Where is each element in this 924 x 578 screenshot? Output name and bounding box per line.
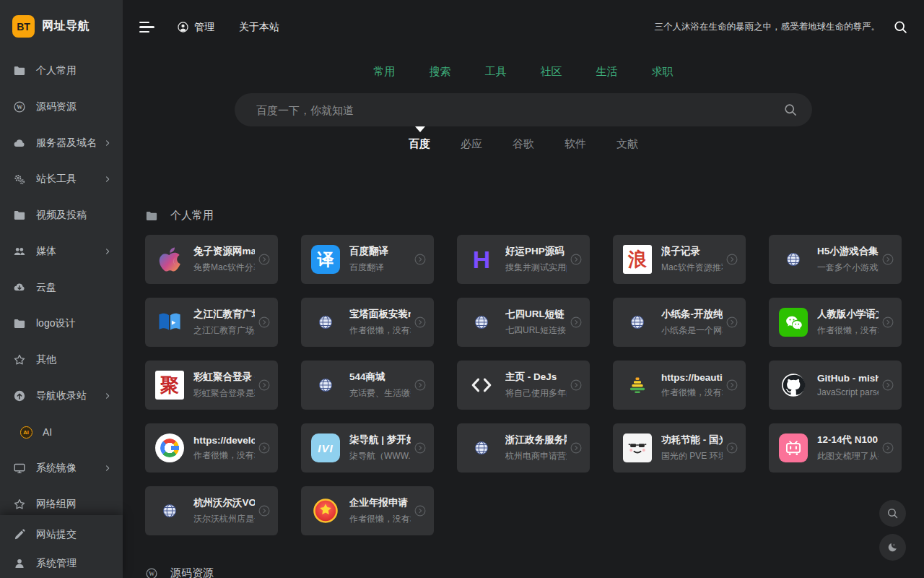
sidebar-item[interactable]: 云盘 [0, 269, 123, 306]
engine-tab[interactable]: 文献 [616, 136, 638, 151]
sidebar-item[interactable]: 源码资源 [0, 89, 123, 125]
card-description: 柒导航（WWW.7UD… [349, 450, 411, 462]
site-card[interactable]: https://beautifier… 作者很懒，没有填写… [613, 361, 746, 410]
card-title: 功耗节能 - 国光… [661, 434, 723, 447]
sidebar-item[interactable]: 系统管理 [0, 549, 123, 578]
meme-icon [623, 434, 652, 462]
admin-link[interactable]: 管理 [177, 21, 214, 34]
open-link-icon [570, 316, 583, 329]
search-submit-icon[interactable] [783, 103, 798, 117]
main-area: 管理 关于本站 三个人沐浴在生命的暴雨之中，感受着地球生命的尊严。 常用搜索工具… [123, 0, 924, 578]
site-card[interactable]: 功耗节能 - 国光… 国光的 PVE 环境搭建… [613, 423, 746, 473]
card-title: 544商城 [349, 371, 411, 384]
sidebar-item[interactable]: 导航收录站 [0, 378, 123, 414]
sidebar-item[interactable]: logo设计 [0, 306, 123, 342]
star-icon [13, 353, 26, 366]
open-link-icon [570, 379, 583, 392]
card-title: 小纸条-开放纯粹… [661, 308, 723, 321]
open-link-icon [258, 253, 271, 266]
floating-search-button[interactable] [879, 500, 906, 527]
php-h-icon: H [467, 245, 496, 274]
wordpress-icon [145, 567, 158, 578]
engine-tab[interactable]: 百度 [409, 136, 430, 151]
menu-toggle-icon[interactable] [139, 19, 155, 36]
site-card[interactable]: 译 百度翻译 百度翻译 [301, 235, 434, 284]
sidebar-item[interactable]: AI AI [0, 414, 123, 450]
card-description: JavaScript parser / … [817, 387, 879, 397]
site-card[interactable]: 人教版小学语文… 作者很懒，没有填写… [769, 298, 902, 347]
card-title: 浙江政务服务网… [505, 434, 567, 447]
card-grid: 兔子资源网macO… 免费Mac软件分享 译 百度翻译 百度翻译 H 好运PHP… [145, 235, 924, 535]
site-card[interactable]: H 好运PHP源码 搜集并测试实用php… [457, 235, 590, 284]
site-card[interactable]: 浙江政务服务网… 杭州电商申请营业执照 [457, 423, 590, 473]
about-link[interactable]: 关于本站 [239, 21, 279, 34]
ivi-icon: IVI [311, 434, 340, 462]
card-title: 七四URL短链 [505, 308, 567, 321]
category-tab[interactable]: 工具 [485, 64, 507, 79]
logo-badge-icon: BT [12, 15, 35, 38]
section: 源码资源 [123, 566, 924, 578]
card-title: GitHub - mishoo/… [817, 373, 879, 384]
site-card[interactable]: 杭州沃尔沃VOLV… 沃尔沃杭州店是一家… [145, 486, 278, 535]
open-link-icon [258, 316, 271, 329]
search-box [235, 93, 812, 126]
sections: 个人常用 兔子资源网macO… 免费Mac软件分享 译 百度翻译 百度翻译 H … [123, 209, 924, 578]
site-card[interactable]: 宝塔面板安装me… 作者很懒，没有填写… [301, 298, 434, 347]
sidebar-item[interactable]: 其他 [0, 342, 123, 378]
sidebar-item[interactable]: 网站提交 [0, 520, 123, 549]
admin-label: 管理 [194, 21, 214, 34]
sidebar-item-label: 系统镜像 [36, 462, 77, 475]
site-card[interactable]: 聚 彩虹聚合登录 - … 彩虹聚合登录是彩虹… [145, 361, 278, 410]
sidebar-item[interactable]: 视频及投稿 [0, 197, 123, 233]
app-logo[interactable]: BT 网址导航 [0, 0, 123, 53]
open-link-icon [881, 253, 894, 266]
sidebar-item[interactable]: 服务器及域名 [0, 125, 123, 161]
engine-tab[interactable]: 必应 [461, 136, 482, 151]
category-tab[interactable]: 常用 [374, 64, 396, 79]
engine-tab[interactable]: 软件 [565, 136, 586, 151]
card-description: 小纸条是一个网友资… [661, 324, 723, 337]
engine-tab[interactable]: 谷歌 [513, 136, 534, 151]
site-card[interactable]: 七四URL短链 七四URL短连接 [457, 298, 590, 347]
site-card[interactable]: 主页 - DeJs 将自己使用多年的工… [457, 361, 590, 410]
site-card[interactable]: GitHub - mishoo/… JavaScript parser / … [769, 361, 902, 410]
sidebar-item[interactable]: 站长工具 [0, 161, 123, 197]
topbar-search-button[interactable] [893, 20, 908, 35]
site-card[interactable]: https://develope… 作者很懒，没有填写… [145, 423, 278, 473]
site-card[interactable]: 544商城 充话费、生活缴费、… [301, 361, 434, 410]
folder-icon [13, 317, 26, 330]
site-card[interactable]: H5小游戏合集 一套多个小游戏网站… [769, 235, 902, 284]
site-card[interactable]: 小纸条-开放纯粹… 小纸条是一个网友资… [613, 298, 746, 347]
site-card[interactable]: 12-14代 N100 pv… 此图文梳理了从搭建… [769, 423, 902, 473]
dark-mode-toggle[interactable] [879, 534, 906, 561]
active-engine-pointer [415, 126, 425, 132]
chevron-right-icon [104, 176, 111, 183]
card-description: 充话费、生活缴费、… [349, 387, 411, 400]
open-link-icon [881, 316, 894, 329]
card-title: 彩虹聚合登录 - … [193, 371, 255, 384]
site-card[interactable]: 浪 浪子记录 Mac软件资源推荐 [613, 235, 746, 284]
folder-icon [145, 210, 158, 223]
cloud-download-icon [13, 281, 26, 294]
sidebar-item[interactable]: 个人常用 [0, 53, 123, 89]
card-title: 企业年报申请 [349, 496, 411, 509]
moon-icon [886, 541, 899, 553]
card-title: 兔子资源网macO… [193, 245, 255, 258]
site-card[interactable]: 兔子资源网macO… 免费Mac软件分享 [145, 235, 278, 284]
sidebar-item-label: 其他 [36, 353, 56, 366]
site-card[interactable]: 企业年报申请 作者很懒，没有填写… [301, 486, 434, 535]
category-tab[interactable]: 求职 [652, 64, 674, 79]
category-tab[interactable]: 社区 [541, 64, 562, 79]
sidebar-item[interactable]: 媒体 [0, 233, 123, 269]
sidebar-item[interactable]: 系统镜像 [0, 450, 123, 486]
category-tab[interactable]: 生活 [596, 64, 618, 79]
open-link-icon [258, 441, 271, 454]
category-tab[interactable]: 搜索 [430, 64, 451, 79]
site-card[interactable]: 之江汇教育广场 之江汇教育广场是以… [145, 298, 278, 347]
site-card[interactable]: IVI 柒导航 | 梦开始… 柒导航（WWW.7UD… [301, 423, 434, 473]
search-input[interactable] [235, 93, 812, 126]
open-link-icon [881, 441, 894, 454]
card-title: 之江汇教育广场 [193, 308, 255, 321]
card-description: 一套多个小游戏网站… [817, 262, 879, 274]
card-title: 浪子记录 [661, 245, 723, 258]
